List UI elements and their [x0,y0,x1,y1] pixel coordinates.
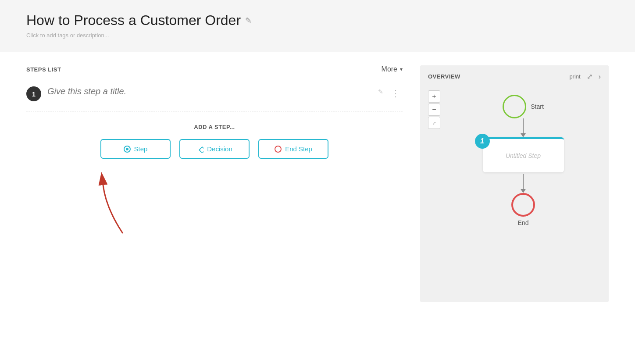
steps-list-title: STEPS LIST [26,66,61,73]
next-icon[interactable]: › [599,73,601,81]
step-1-badge: 1 [475,134,490,149]
zoom-out-button[interactable]: − [428,103,440,116]
steps-header: STEPS LIST More ▾ [26,65,403,73]
overview-panel: OVERVIEW print ⤢ › + − ⤢ Start [420,65,609,302]
add-step-buttons: Step Decision End Step [26,139,403,159]
overview-title: OVERVIEW [428,73,460,80]
page-title: How to Process a Customer Order [26,12,241,29]
more-button[interactable]: More ▾ [382,65,403,73]
start-node [503,95,526,118]
steps-panel: STEPS LIST More ▾ 1 ✎ ⋮ ADD A STEP... [26,65,420,302]
arrow-start-to-step [521,118,526,137]
zoom-in-button[interactable]: + [428,90,440,103]
chevron-down-icon: ▾ [400,66,403,72]
end-node-row [511,193,535,217]
flowchart: Start 1 Untitled Step [420,86,609,235]
overview-header: OVERVIEW print ⤢ › [420,65,609,86]
annotation-arrow-svg [26,159,202,238]
step-divider [26,111,403,111]
header: How to Process a Customer Order ✎ Click … [0,0,635,52]
end-node [511,193,535,217]
add-step-button[interactable]: Step [100,139,171,159]
step-context-menu-button[interactable]: ⋮ [389,86,403,100]
page-title-row: How to Process a Customer Order ✎ [26,12,609,29]
start-label: Start [531,103,544,110]
overview-actions: print ⤢ › [569,72,601,81]
end-step-icon [275,146,282,153]
main-content: STEPS LIST More ▾ 1 ✎ ⋮ ADD A STEP... [0,52,635,315]
fit-button[interactable]: ⤢ [428,117,440,129]
arrow-step-to-end [521,172,526,193]
overview-body: + − ⤢ Start 1 [420,86,609,235]
end-label: End [518,219,529,226]
add-end-step-button[interactable]: End Step [258,139,328,159]
decision-icon [196,146,203,153]
step-title-area: ✎ [47,86,383,96]
step-number-badge: 1 [26,86,41,101]
expand-icon[interactable]: ⤢ [587,72,592,81]
step-1-card[interactable]: 1 Untitled Step [483,137,564,172]
step-1-row: 1 ✎ ⋮ [26,82,403,106]
print-button[interactable]: print [569,73,580,80]
step-title-edit-icon[interactable]: ✎ [378,88,383,95]
add-step-label: ADD A STEP... [26,124,403,130]
add-decision-button[interactable]: Decision [179,139,250,159]
step-title-input[interactable] [47,86,375,96]
svg-rect-0 [199,146,203,152]
title-edit-icon[interactable]: ✎ [245,16,252,25]
step-1-card-wrapper: 1 Untitled Step [483,137,564,172]
step-icon [124,146,131,153]
add-step-section: ADD A STEP... Step Decision [26,124,403,159]
page-subtitle[interactable]: Click to add tags or description... [26,32,609,39]
step-1-card-label: Untitled Step [506,152,541,159]
arrow-annotation [26,159,403,238]
start-node-row: Start [503,95,544,118]
zoom-controls: + − ⤢ [428,90,440,129]
